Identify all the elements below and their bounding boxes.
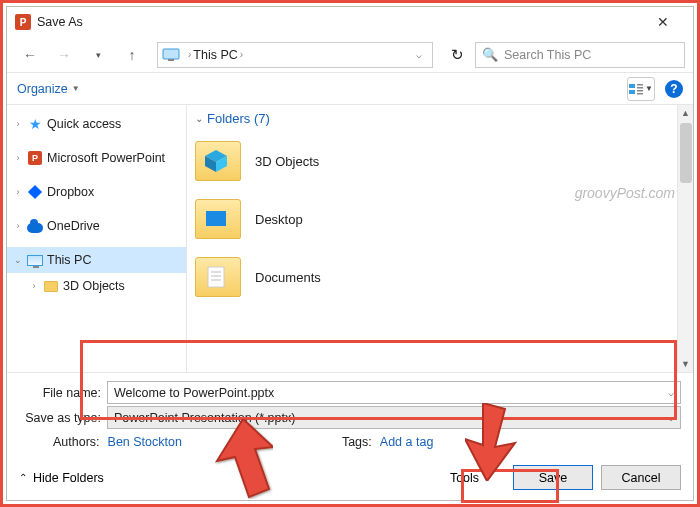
chevron-right-icon[interactable]: › — [238, 49, 245, 60]
folders-group-header[interactable]: ⌄ Folders (7) — [187, 105, 693, 132]
nav-row: ← → ▾ ↑ › This PC › ⌵ ↻ 🔍 Search This PC — [7, 37, 693, 73]
main-panel: ⌄ Folders (7) 3D Objects — [187, 105, 693, 372]
svg-rect-3 — [168, 59, 174, 61]
authors-label: Authors: — [53, 435, 100, 449]
tags-field[interactable]: Add a tag — [380, 435, 434, 449]
fields-area: File name: Welcome to PowerPoint.pptx ⌵ … — [7, 372, 693, 457]
search-icon: 🔍 — [482, 47, 498, 62]
svg-rect-9 — [637, 93, 643, 95]
file-name-label: File name: — [19, 386, 107, 400]
view-options-button[interactable]: ▼ — [627, 77, 655, 101]
authors-field[interactable]: Ben Stockton — [108, 435, 182, 449]
cloud-icon — [27, 218, 43, 234]
tree-item-onedrive[interactable]: › OneDrive — [7, 213, 186, 239]
save-type-dropdown[interactable]: PowerPoint Presentation (*.pptx) ⌵ — [107, 406, 681, 429]
back-button[interactable]: ← — [15, 41, 45, 69]
annotation-border: P Save As ✕ ← → ▾ ↑ › This PC › ⌵ ↻ 🔍 Se… — [0, 0, 700, 507]
svg-rect-13 — [206, 211, 226, 226]
folder-item-desktop[interactable]: Desktop — [195, 190, 685, 248]
folder-icon — [195, 199, 241, 239]
scroll-down-button[interactable]: ▼ — [678, 356, 693, 372]
save-as-dialog: P Save As ✕ ← → ▾ ↑ › This PC › ⌵ ↻ 🔍 Se… — [6, 6, 694, 501]
chevron-down-icon: ▼ — [483, 473, 491, 482]
chevron-down-icon: ⌄ — [195, 113, 203, 124]
twisty-icon[interactable]: › — [13, 221, 23, 231]
footer: ⌃ Hide Folders Tools ▼ Save Cancel — [7, 457, 693, 500]
file-name-input[interactable]: Welcome to PowerPoint.pptx ⌵ — [107, 381, 681, 404]
search-placeholder: Search This PC — [504, 48, 591, 62]
svg-rect-14 — [208, 267, 224, 287]
address-bar[interactable]: › This PC › ⌵ — [157, 42, 433, 68]
pc-icon — [27, 252, 43, 268]
refresh-button[interactable]: ↻ — [443, 42, 471, 68]
folder-icon — [195, 257, 241, 297]
organize-menu[interactable]: Organize ▼ — [17, 82, 80, 96]
app-icon: P — [15, 14, 31, 30]
svg-rect-7 — [629, 90, 635, 94]
folder-item-3d-objects[interactable]: 3D Objects — [195, 132, 685, 190]
cancel-button[interactable]: Cancel — [601, 465, 681, 490]
recent-locations-dropdown[interactable]: ▾ — [83, 41, 113, 69]
save-button[interactable]: Save — [513, 465, 593, 490]
nav-tree: › ★ Quick access › P Microsoft PowerPoin… — [7, 105, 187, 372]
save-type-label: Save as type: — [19, 411, 107, 425]
svg-rect-8 — [637, 90, 643, 92]
scroll-up-button[interactable]: ▲ — [678, 105, 693, 121]
scrollbar[interactable]: ▲ ▼ — [677, 105, 693, 372]
svg-text:P: P — [20, 17, 27, 28]
address-dropdown[interactable]: ⌵ — [410, 49, 428, 60]
tree-item-dropbox[interactable]: › Dropbox — [7, 179, 186, 205]
tree-item-quick-access[interactable]: › ★ Quick access — [7, 111, 186, 137]
chevron-down-icon: ▼ — [72, 84, 80, 93]
twisty-icon[interactable]: › — [29, 281, 39, 291]
titlebar: P Save As ✕ — [7, 7, 693, 37]
twisty-icon[interactable]: ⌄ — [13, 255, 23, 265]
tree-item-3d-objects[interactable]: › 3D Objects — [7, 273, 186, 299]
up-button[interactable]: ↑ — [117, 41, 147, 69]
body-area: › ★ Quick access › P Microsoft PowerPoin… — [7, 105, 693, 372]
svg-rect-6 — [637, 87, 643, 89]
twisty-icon[interactable]: › — [13, 187, 23, 197]
hide-folders-button[interactable]: ⌃ Hide Folders — [19, 471, 104, 485]
scroll-thumb[interactable] — [680, 123, 692, 183]
tags-label: Tags: — [342, 435, 372, 449]
close-button[interactable]: ✕ — [641, 7, 685, 37]
toolbar: Organize ▼ ▼ ? — [7, 73, 693, 105]
forward-button[interactable]: → — [49, 41, 79, 69]
chevron-down-icon[interactable]: ⌵ — [668, 387, 674, 398]
window-title: Save As — [37, 15, 83, 29]
help-button[interactable]: ? — [665, 80, 683, 98]
svg-rect-5 — [637, 84, 643, 86]
folder-list: 3D Objects Desktop D — [187, 132, 693, 306]
svg-rect-2 — [163, 49, 179, 59]
folder-item-documents[interactable]: Documents — [195, 248, 685, 306]
powerpoint-icon: P — [27, 150, 43, 166]
tools-menu[interactable]: Tools ▼ — [450, 471, 491, 485]
pc-icon — [162, 48, 180, 62]
tree-item-this-pc[interactable]: ⌄ This PC — [7, 247, 186, 273]
twisty-icon[interactable]: › — [13, 153, 23, 163]
chevron-up-icon: ⌃ — [19, 472, 27, 483]
star-icon: ★ — [27, 116, 43, 132]
twisty-icon[interactable]: › — [13, 119, 23, 129]
dropbox-icon — [27, 184, 43, 200]
tree-item-powerpoint[interactable]: › P Microsoft PowerPoint — [7, 145, 186, 171]
folder-icon — [195, 141, 241, 181]
chevron-down-icon[interactable]: ⌵ — [668, 412, 674, 423]
search-input[interactable]: 🔍 Search This PC — [475, 42, 685, 68]
folder-icon — [43, 278, 59, 294]
svg-rect-4 — [629, 84, 635, 88]
chevron-right-icon: › — [186, 49, 193, 60]
path-segment[interactable]: This PC — [193, 48, 237, 62]
